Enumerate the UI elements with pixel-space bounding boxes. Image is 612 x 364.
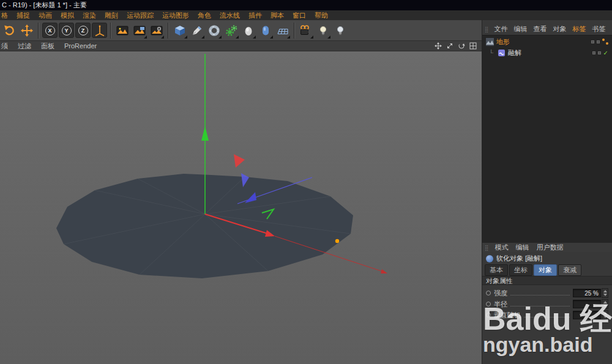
z-axis-lock-button[interactable]: Z [75, 23, 91, 38]
add-floor-button[interactable] [275, 22, 291, 39]
strength-value-field[interactable]: 25 % [573, 289, 601, 297]
om-menu-tags[interactable]: 标签 [570, 24, 589, 34]
object-manager-list[interactable]: 地形 └ 融解 ✓ [482, 35, 612, 242]
property-label: 强度 [494, 289, 507, 298]
om-menu-file[interactable]: 文件 [491, 24, 511, 34]
am-menu-userdata[interactable]: 用户数据 [533, 243, 567, 252]
y-axis-arrow[interactable] [201, 126, 209, 141]
toolbar-separator [110, 23, 111, 39]
visibility-toggle[interactable] [592, 51, 595, 54]
menu-item-render[interactable]: 渲染 [78, 11, 100, 20]
vertical-randomness-value-field[interactable] [573, 311, 601, 319]
keyframe-dot-icon[interactable] [486, 302, 491, 306]
property-row-radius: 半径 [482, 299, 612, 310]
layer-dots-icon[interactable] [602, 38, 608, 45]
tab-object[interactable]: 对象 [534, 264, 557, 276]
toolbar-separator [294, 23, 295, 39]
keyframe-dot-icon[interactable] [486, 313, 491, 318]
add-deformer-button[interactable] [241, 22, 256, 39]
render-picture-viewer-button[interactable] [132, 22, 147, 39]
keyframe-dot-icon[interactable] [486, 291, 491, 295]
viewport-menu-view[interactable]: 须 [0, 42, 13, 51]
am-menu-edit[interactable]: 编辑 [512, 243, 533, 252]
om-menu-bookmarks[interactable]: 书签 [589, 24, 609, 34]
red-plane-handle[interactable] [234, 154, 245, 168]
strength-stepper[interactable] [602, 288, 608, 298]
add-camera-button[interactable] [298, 22, 314, 39]
menu-item-motion-tracker[interactable]: 运动跟踪 [122, 11, 158, 20]
pan-view-icon[interactable] [435, 42, 442, 50]
menu-item-mesh[interactable]: 格 [0, 11, 12, 20]
tab-falloff[interactable]: 衰减 [558, 264, 581, 276]
property-row-strength: 强度 25 % [482, 288, 612, 299]
add-modeling-generator-button[interactable] [223, 22, 239, 39]
om-menu-objects[interactable]: 对象 [550, 24, 570, 34]
radius-value-field[interactable] [573, 300, 601, 308]
menu-item-sculpt[interactable]: 雕刻 [100, 11, 122, 20]
object-row-terrain[interactable]: 地形 [482, 37, 612, 46]
coordinate-system-button[interactable] [92, 23, 107, 38]
object-row-melt[interactable]: └ 融解 ✓ [482, 48, 612, 58]
om-menu-view[interactable]: 查看 [531, 24, 550, 34]
capsule-icon [259, 24, 272, 37]
undo-button[interactable] [2, 22, 18, 39]
radius-stepper[interactable] [602, 299, 608, 309]
menu-item-script[interactable]: 脚本 [266, 11, 288, 20]
z-axis-ring-icon: Z [78, 26, 88, 35]
radius-handle-dot[interactable] [335, 239, 339, 243]
dot-leader [510, 306, 570, 306]
menu-item-simulate[interactable]: 模拟 [56, 11, 78, 20]
right-panel: ⣿ 文件 编辑 查看 对象 标签 书签 地形 └ 融解 ✓ [482, 20, 612, 364]
move-tool-button[interactable] [19, 22, 35, 39]
visibility-toggle[interactable] [591, 40, 594, 43]
toolbar-separator [38, 23, 39, 39]
x-axis-lock-button[interactable]: X [42, 23, 58, 38]
om-menu-edit[interactable]: 编辑 [511, 24, 531, 34]
viewport[interactable] [0, 51, 482, 364]
add-light-button[interactable] [315, 22, 331, 39]
menu-item-character[interactable]: 角色 [193, 11, 215, 20]
panel-grip-icon[interactable]: ⣿ [482, 245, 491, 251]
y-axis-lock-button[interactable]: Y [59, 23, 74, 38]
viewport-menu-panel[interactable]: 面板 [36, 42, 59, 51]
x-axis-ring-icon: X [45, 26, 55, 35]
tab-basic[interactable]: 基本 [485, 264, 508, 276]
menu-item-snap[interactable]: 捕捉 [12, 11, 34, 20]
tree-branch-icon: └ [489, 50, 495, 56]
menu-item-pipeline[interactable]: 流水线 [215, 11, 244, 20]
add-primitive-button[interactable] [172, 22, 188, 39]
property-row-vertical-randomness: 垂直随机 [482, 310, 612, 321]
zoom-view-icon[interactable] [446, 42, 453, 50]
toggle-panels-icon[interactable] [469, 42, 477, 50]
add-generator-button[interactable] [206, 22, 222, 39]
vertical-randomness-stepper[interactable] [602, 310, 608, 320]
menu-item-help[interactable]: 帮助 [310, 11, 332, 20]
dot-leader [510, 295, 570, 295]
visibility-toggle[interactable] [597, 40, 600, 43]
viewport-menu-filter[interactable]: 过滤 [13, 42, 36, 51]
menu-item-plugins[interactable]: 插件 [244, 11, 266, 20]
viewport-canvas[interactable] [0, 51, 482, 364]
property-label: 垂直随机 [494, 311, 521, 320]
attribute-object-title-row: 软化对象 [融解] [482, 253, 612, 264]
viewport-menu-prorender[interactable]: ProRender [59, 42, 102, 50]
terrain-object-icon [486, 38, 494, 46]
cube-icon [174, 24, 186, 37]
panel-grip-icon[interactable]: ⣿ [482, 26, 491, 32]
menu-item-animation[interactable]: 动画 [34, 11, 56, 20]
gears-icon [225, 24, 237, 37]
visibility-toggle[interactable] [598, 51, 601, 54]
menu-item-window[interactable]: 窗口 [288, 11, 310, 20]
add-environment-button[interactable] [258, 22, 274, 39]
add-spline-button[interactable] [189, 22, 205, 39]
menu-item-mograph[interactable]: 运动图形 [158, 11, 193, 20]
dot-leader [524, 317, 570, 318]
add-light-alt-button[interactable] [332, 22, 348, 39]
deformer-ball-icon [486, 255, 493, 262]
tab-coordinates[interactable]: 坐标 [509, 264, 532, 276]
am-menu-mode[interactable]: 模式 [491, 243, 512, 252]
render-view-button[interactable] [114, 22, 130, 39]
render-settings-button[interactable] [149, 22, 165, 39]
rotate-view-icon[interactable] [458, 42, 465, 50]
enable-checkmark[interactable]: ✓ [603, 50, 608, 56]
